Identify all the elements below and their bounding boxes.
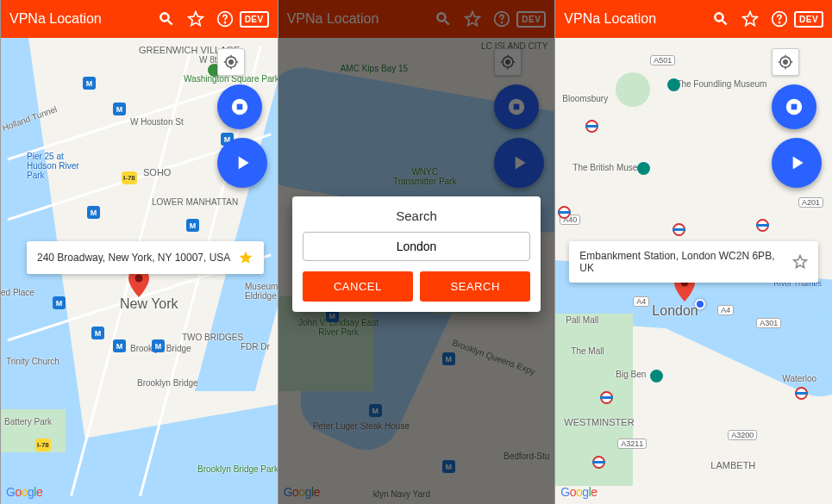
tube-icon [585, 120, 598, 133]
shield-i78b: I-78 [35, 439, 51, 451]
shield-i78: I-78 [122, 171, 137, 184]
label-lowman: LOWER MANHATTAN [152, 197, 238, 207]
svg-point-7 [779, 22, 780, 23]
subway-icon: M [186, 219, 199, 232]
search-icon[interactable] [706, 4, 735, 34]
search-icon[interactable] [152, 4, 181, 34]
search-button[interactable]: SEARCH [420, 271, 530, 302]
play-fab[interactable] [217, 138, 267, 188]
subway-icon: M [152, 339, 165, 352]
label-lambeth: LAMBETH [710, 460, 755, 470]
subway-icon: M [113, 339, 126, 352]
subway-icon: M [91, 327, 104, 339]
tube-icon [672, 223, 685, 236]
road-a3200: A3200 [728, 430, 757, 440]
my-location-button[interactable] [217, 48, 245, 76]
subway-icon: M [53, 296, 66, 309]
subway-icon: M [113, 103, 126, 115]
help-icon[interactable] [765, 4, 794, 34]
label-whouston: W Houston St [130, 117, 184, 127]
cancel-button[interactable]: CANCEL [303, 271, 413, 302]
screen-search-dialog: VPNa Location DEV AMC Kips Bay 15 WNYC T… [278, 0, 555, 504]
fab-column [772, 48, 822, 188]
search-input[interactable] [303, 232, 531, 261]
dialog-title: Search [303, 208, 531, 223]
search-dialog: Search CANCEL SEARCH [292, 196, 541, 312]
tube-icon [756, 219, 769, 232]
appbar: VPNa Location DEV [555, 0, 832, 38]
app-title: VPNa Location [564, 11, 706, 27]
tube-icon [795, 387, 808, 400]
location-address: 240 Broadway, New York, NY 10007, USA [37, 252, 231, 264]
star-filled-icon[interactable] [238, 250, 253, 265]
dev-badge[interactable]: DEV [794, 4, 823, 34]
screen-london: VPNa Location DEV The Foundling Museum T… [554, 0, 832, 504]
stop-fab[interactable] [772, 84, 816, 129]
play-fab[interactable] [772, 138, 822, 188]
svg-point-1 [135, 275, 143, 283]
label-foundling: The Foundling Museum [676, 79, 766, 89]
dev-badge[interactable]: DEV [240, 4, 269, 34]
star-icon[interactable] [181, 4, 210, 34]
label-bloomsbury: Bloomsbury [562, 94, 608, 103]
help-icon[interactable] [210, 4, 240, 34]
app-title: VPNa Location [9, 11, 152, 27]
appbar: VPNa Location DEV [1, 0, 278, 38]
stop-fab[interactable] [217, 84, 262, 129]
location-info-card[interactable]: 240 Broadway, New York, NY 10007, USA [27, 241, 264, 274]
road-a4b: A4 [717, 305, 734, 315]
star-outline-icon[interactable] [792, 254, 808, 270]
subway-icon: M [87, 206, 100, 219]
museum-icon [637, 162, 650, 175]
museum-icon [650, 370, 663, 383]
fab-column [217, 48, 267, 188]
museum-icon [667, 78, 680, 91]
road-a4: A4 [633, 296, 649, 307]
road-a3211: A3211 [617, 439, 647, 449]
road-a501: A501 [650, 55, 675, 65]
google-logo: Google [560, 485, 597, 499]
subway-icon: M [83, 77, 96, 90]
svg-rect-10 [791, 104, 798, 110]
location-address: Embankment Station, London WC2N 6PB, UK [579, 250, 785, 274]
my-location-button[interactable] [772, 48, 799, 76]
location-info-card[interactable]: Embankment Station, London WC2N 6PB, UK [569, 241, 818, 283]
road-a301: A301 [756, 318, 781, 328]
svg-point-0 [224, 22, 226, 23]
road-a201: A201 [798, 197, 823, 208]
svg-rect-3 [236, 104, 242, 110]
star-icon[interactable] [735, 4, 765, 34]
screen-newyork: VPNa Location DEV GREENWICH VILLAGE Wash… [0, 0, 278, 504]
